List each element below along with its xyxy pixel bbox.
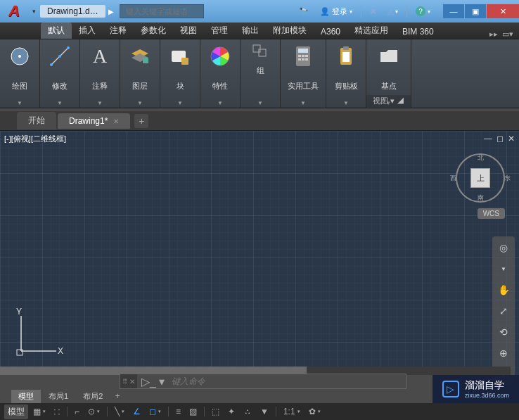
status-bar: 模型 ▦▾ ⸬ ⌐ ⊙▾ ╲▾ ∠ ◻▾ ≡ ▧ ⬚ ✦ ⛬ ▼ 1:1▾ ✿▾	[0, 403, 519, 420]
panel-clipboard[interactable]: 剪贴板 ▼	[326, 39, 366, 108]
tab-manage[interactable]: 管理	[204, 23, 235, 39]
chevron-down-icon[interactable]: ▼	[217, 100, 223, 106]
qat-dropdown[interactable]: ▾	[28, 8, 40, 15]
full-nav-wheel-icon[interactable]: ◎	[496, 241, 511, 255]
ribbon-panel-icon[interactable]: ▭▾	[502, 30, 513, 39]
chevron-down-icon[interactable]: ▼	[57, 100, 63, 106]
grid-toggle[interactable]: ▦▾	[30, 405, 49, 418]
chevron-down-icon[interactable]: ▼	[177, 100, 183, 106]
panel-base[interactable]: 基点 ▼ 视图 ▾ ◢	[366, 39, 411, 108]
polar-toggle[interactable]: ⊙▾	[84, 405, 103, 418]
panel-properties[interactable]: 特性 ▼	[200, 39, 241, 108]
transparency-toggle[interactable]: ▧	[186, 405, 200, 418]
search-input[interactable]	[120, 4, 204, 18]
isodraft-toggle[interactable]: ╲▾	[111, 405, 128, 418]
help-icon: ?	[416, 6, 425, 16]
layout-tab-2[interactable]: 布局2	[76, 390, 110, 403]
osnap-toggle[interactable]: ∠	[129, 405, 144, 418]
wcs-badge[interactable]: WCS	[478, 208, 505, 219]
tab-default[interactable]: 默认	[41, 23, 72, 39]
snap-toggle[interactable]: ⸬	[51, 405, 63, 418]
svg-rect-15	[302, 55, 305, 57]
cmd-grip-icon[interactable]: ⠿ ✕	[120, 374, 137, 388]
svg-rect-8	[181, 58, 188, 65]
app-logo[interactable]: A	[0, 0, 28, 23]
dynamic-ucs-toggle[interactable]: ⛬	[240, 405, 255, 418]
document-title[interactable]: Drawing1.d…	[40, 5, 105, 18]
cycling-toggle[interactable]: ⬚	[208, 405, 223, 418]
drawing-canvas[interactable]: [-][俯视][二维线框] — ◻ ✕ 北 南 东 西 上 WCS ◎ ▼ ✋ …	[0, 131, 519, 375]
binoculars-icon: 🔭	[299, 7, 309, 16]
search-button[interactable]: 🔭	[293, 0, 314, 23]
chevron-down-icon[interactable]: ▼	[137, 100, 143, 106]
add-layout-button[interactable]: +	[112, 390, 123, 402]
chevron-down-icon[interactable]: ▼	[17, 100, 23, 106]
tab-bim360[interactable]: BIM 360	[395, 25, 441, 39]
exchange-button[interactable]: ✖	[364, 0, 382, 23]
login-button[interactable]: 👤登录▾	[314, 0, 358, 23]
svg-point-1	[18, 55, 21, 58]
lineweight-toggle[interactable]: ≡	[172, 405, 184, 418]
viewport-minimize-icon[interactable]: —	[484, 134, 492, 144]
chevron-down-icon[interactable]: ▼	[496, 262, 511, 276]
maximize-button[interactable]: ▣	[465, 4, 486, 18]
panel-modify[interactable]: 修改 ▼	[40, 39, 80, 108]
chevron-down-icon[interactable]: ▼	[343, 100, 349, 106]
status-model-button[interactable]: 模型	[4, 405, 28, 419]
panel-utils[interactable]: 实用工具 ▼	[281, 39, 326, 108]
viewcube[interactable]: 北 南 东 西 上	[456, 153, 505, 203]
tab-addons[interactable]: 附加模块	[266, 23, 314, 39]
tab-annotate[interactable]: 注释	[103, 23, 134, 39]
close-button[interactable]: ✕	[487, 4, 519, 18]
svg-point-3	[50, 63, 53, 66]
search-arrow-icon: ▶	[105, 8, 117, 15]
chevron-down-icon[interactable]: ▼	[300, 100, 306, 106]
filter-toggle[interactable]: ▼	[257, 405, 272, 418]
svg-point-4	[67, 46, 70, 49]
grid-icon: ▦	[33, 407, 41, 416]
viewport-close-icon[interactable]: ✕	[508, 134, 515, 144]
document-tabs: 开始 Drawing1*✕ +	[0, 111, 519, 131]
orbit-icon[interactable]: ⟲	[496, 325, 511, 339]
workspace-toggle[interactable]: ✿▾	[305, 405, 324, 418]
panel-layer[interactable]: 图层 ▼	[120, 39, 160, 108]
pan-icon[interactable]: ✋	[496, 283, 511, 297]
zoom-extents-icon[interactable]: ⤢	[496, 304, 511, 318]
play-icon: ▷	[442, 381, 459, 397]
showmotion-icon[interactable]: ⊕	[496, 346, 511, 360]
panel-annotate[interactable]: A 注释 ▼	[80, 39, 120, 108]
command-input[interactable]	[169, 376, 406, 386]
layout-tab-1[interactable]: 布局1	[41, 390, 75, 403]
viewport-label[interactable]: [-][俯视][二维线框]	[4, 134, 66, 144]
a360-button[interactable]: ◬▾	[382, 0, 404, 23]
tab-insert[interactable]: 插入	[72, 23, 103, 39]
clipboard-icon	[333, 44, 359, 69]
3dosnap-toggle[interactable]: ✦	[224, 405, 238, 418]
dynucs-icon: ⛬	[243, 407, 252, 416]
ortho-toggle[interactable]: ⌐	[71, 405, 83, 418]
cmd-prompt-icon[interactable]: ▷_ ▾	[137, 375, 169, 388]
help-button[interactable]: ?▾	[410, 0, 436, 23]
ribbon-more-icon[interactable]: ▸▸	[489, 30, 498, 39]
tab-view[interactable]: 视图	[173, 23, 204, 39]
chevron-down-icon[interactable]: ▼	[257, 100, 263, 106]
tab-featured[interactable]: 精选应用	[347, 23, 395, 39]
add-tab-button[interactable]: +	[134, 114, 148, 128]
panel-group[interactable]: 组 ▼	[241, 39, 281, 108]
annotation-scale[interactable]: 1:1▾	[280, 405, 304, 418]
tab-parametric[interactable]: 参数化	[134, 23, 173, 39]
close-icon[interactable]: ✕	[113, 117, 119, 125]
otrack-toggle[interactable]: ◻▾	[146, 405, 165, 418]
tab-output[interactable]: 输出	[235, 23, 266, 39]
minimize-button[interactable]: —	[443, 4, 464, 18]
tab-a360[interactable]: A360	[314, 25, 347, 39]
panel-draw[interactable]: 绘图 ▼	[0, 39, 40, 108]
grid	[0, 131, 519, 375]
panel-block[interactable]: 块 ▼	[160, 39, 200, 108]
layout-tab-model[interactable]: 模型	[11, 390, 41, 403]
doc-tab-start[interactable]: 开始	[17, 112, 56, 129]
doc-tab-drawing[interactable]: Drawing1*✕	[58, 113, 130, 129]
chevron-down-icon[interactable]: ▼	[97, 100, 103, 106]
svg-rect-19	[305, 58, 308, 61]
viewport-maximize-icon[interactable]: ◻	[496, 134, 504, 144]
